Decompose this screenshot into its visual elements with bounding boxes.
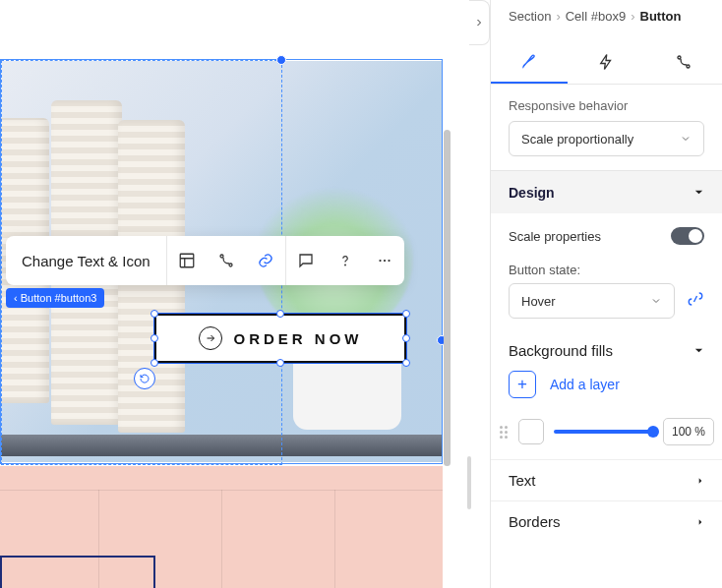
svg-point-3 bbox=[344, 265, 345, 265]
element-tag-badge[interactable]: Button #button3 bbox=[6, 288, 104, 308]
responsive-label: Responsive behavior bbox=[509, 98, 704, 113]
breadcrumb: Section › Cell #box9 › Button bbox=[491, 0, 722, 32]
resize-handle[interactable] bbox=[402, 334, 410, 342]
caret-right-icon bbox=[696, 516, 704, 528]
responsive-value: Scale proportionally bbox=[521, 132, 633, 147]
button-state-label: Button state: bbox=[509, 263, 704, 277]
add-layer-row: + Add a layer bbox=[491, 363, 722, 412]
svg-point-5 bbox=[384, 260, 386, 262]
apply-states-icon[interactable] bbox=[687, 290, 704, 312]
responsive-section: Responsive behavior Scale proportionally bbox=[491, 85, 722, 170]
svg-rect-0 bbox=[180, 254, 194, 267]
bg-decor bbox=[334, 490, 335, 588]
add-layer-label[interactable]: Add a layer bbox=[550, 377, 620, 392]
button-state-row: Button state: Hover bbox=[491, 259, 722, 332]
chevron-right-icon: › bbox=[631, 9, 634, 24]
selected-element[interactable]: ORDER NOW bbox=[153, 313, 407, 364]
add-layer-button[interactable]: + bbox=[509, 371, 536, 398]
resize-handle[interactable] bbox=[402, 310, 410, 318]
resize-handle[interactable] bbox=[402, 359, 410, 367]
fill-color-swatch[interactable] bbox=[518, 419, 544, 444]
change-text-icon-button[interactable]: Change Text & Icon bbox=[6, 236, 166, 285]
svg-point-1 bbox=[220, 255, 223, 258]
panel-resize-handle[interactable] bbox=[467, 456, 471, 509]
button-state-select[interactable]: Hover bbox=[509, 283, 675, 319]
caret-down-icon bbox=[693, 187, 704, 198]
caret-down-icon bbox=[693, 345, 704, 356]
svg-point-8 bbox=[687, 65, 690, 68]
resize-handle[interactable] bbox=[150, 310, 158, 318]
chevron-right-icon: › bbox=[556, 9, 560, 24]
comment-icon[interactable] bbox=[286, 236, 326, 285]
inspector-tabs bbox=[491, 40, 722, 85]
scale-properties-row: Scale properties bbox=[491, 213, 722, 259]
fill-layer-row: 100 % bbox=[491, 412, 722, 459]
breadcrumb-item[interactable]: Section bbox=[509, 9, 551, 24]
text-section-head[interactable]: Text bbox=[491, 459, 722, 500]
drag-handle-icon[interactable] bbox=[499, 424, 509, 440]
expand-panel-button[interactable] bbox=[469, 0, 490, 45]
inspector-panel: Section › Cell #box9 › Button Responsive… bbox=[490, 0, 722, 588]
borders-head-label: Borders bbox=[509, 513, 561, 530]
svg-point-7 bbox=[678, 56, 681, 59]
more-icon[interactable] bbox=[365, 236, 404, 285]
svg-point-6 bbox=[388, 260, 390, 262]
layout-icon[interactable] bbox=[167, 236, 207, 285]
tab-interactions[interactable] bbox=[568, 40, 644, 84]
svg-point-4 bbox=[379, 260, 381, 262]
resize-handle[interactable] bbox=[150, 359, 158, 367]
breadcrumb-current: Button bbox=[640, 9, 682, 24]
floating-toolbar: Change Text & Icon bbox=[6, 236, 404, 285]
breadcrumb-item[interactable]: Cell #box9 bbox=[566, 9, 626, 24]
background-fills-head[interactable]: Background fills bbox=[491, 332, 722, 363]
bg-decor bbox=[0, 556, 155, 588]
design-accordion-head[interactable]: Design bbox=[491, 170, 722, 213]
animation-icon[interactable] bbox=[207, 236, 246, 285]
scrollbar-thumb[interactable] bbox=[444, 130, 451, 466]
link-icon[interactable] bbox=[246, 236, 285, 285]
chevron-down-icon bbox=[680, 133, 692, 145]
order-now-label: ORDER NOW bbox=[234, 330, 363, 347]
resize-handle[interactable] bbox=[150, 334, 158, 342]
caret-right-icon bbox=[696, 475, 704, 487]
opacity-slider[interactable] bbox=[554, 430, 653, 434]
order-now-button[interactable]: ORDER NOW bbox=[154, 314, 406, 363]
canvas-scrollbar[interactable] bbox=[443, 59, 451, 492]
responsive-select[interactable]: Scale proportionally bbox=[509, 121, 704, 156]
button-state-value: Hover bbox=[521, 294, 556, 309]
help-icon[interactable] bbox=[326, 236, 365, 285]
editor-canvas: Change Text & Icon Button #button3 ORDER… bbox=[0, 0, 490, 588]
tab-design[interactable] bbox=[491, 40, 568, 84]
scale-properties-label: Scale properties bbox=[509, 229, 601, 244]
reset-rotation-icon[interactable] bbox=[134, 368, 155, 389]
text-head-label: Text bbox=[509, 472, 536, 489]
slider-knob[interactable] bbox=[647, 426, 659, 438]
svg-point-2 bbox=[229, 264, 232, 266]
scale-properties-toggle[interactable] bbox=[671, 227, 704, 245]
arrow-right-icon bbox=[199, 326, 222, 350]
resize-handle[interactable] bbox=[276, 359, 284, 367]
resize-handle[interactable] bbox=[276, 55, 286, 65]
borders-section-head[interactable]: Borders bbox=[491, 500, 722, 542]
resize-handle[interactable] bbox=[276, 310, 284, 318]
design-head-label: Design bbox=[509, 185, 555, 201]
bg-decor bbox=[221, 490, 222, 588]
tab-animation[interactable] bbox=[645, 40, 722, 84]
opacity-input[interactable]: 100 % bbox=[663, 418, 714, 445]
chevron-down-icon bbox=[650, 295, 662, 307]
background-fills-label: Background fills bbox=[509, 342, 613, 359]
